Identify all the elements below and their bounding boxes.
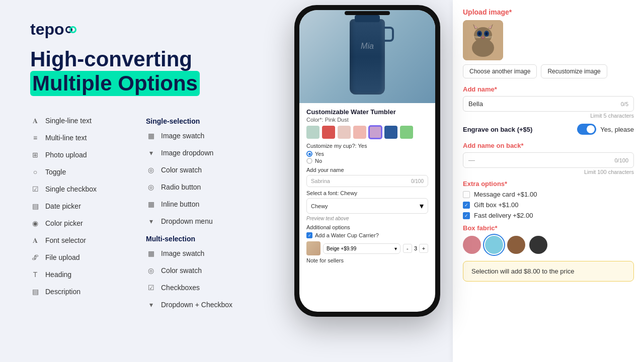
phone-radio-no[interactable]: No (306, 158, 428, 164)
back-name-dash: — (468, 156, 614, 164)
color-swatch-6[interactable] (384, 126, 397, 139)
phone-qty-image (306, 241, 320, 255)
color-swatch-3[interactable] (338, 126, 351, 139)
feature-single-line-text[interactable]: 𝐀 Single-line text (30, 112, 146, 129)
feature-inline-button[interactable]: ▦ Inline button (146, 196, 262, 213)
radio-yes-label: Yes (315, 151, 324, 157)
phone-notch (345, 11, 390, 15)
dropdown-menu-label: Dropdown menu (161, 217, 213, 225)
font-selector-icon: 𝐀 (30, 235, 40, 245)
box-fabric-label: Box fabric* (463, 224, 634, 232)
feature-img-swatch-single[interactable]: ▦ Image swatch (146, 127, 262, 144)
back-name-char-limit: Limit 100 characters (463, 169, 634, 175)
feature-single-checkbox[interactable]: ☑ Single checkbox (30, 180, 146, 198)
headline-line2: Multiple Options (30, 71, 200, 96)
feature-color-swatch-multi[interactable]: ◎ Color swatch (146, 262, 262, 279)
extra-option-1-label: Message card +$1.00 (474, 191, 537, 198)
phone-area: Mia Customizable Water Tumbler Color*: P… (282, 0, 453, 362)
photo-upload-label: Photo upload (45, 151, 87, 159)
phone-font-dropdown[interactable]: Chewy ▾ (306, 198, 428, 214)
toggle-label-text: Toggle (45, 168, 66, 176)
feature-color-swatch-single[interactable]: ◎ Color swatch (146, 161, 262, 178)
qty-minus-btn[interactable]: - (403, 244, 412, 253)
color-swatch-7[interactable] (400, 126, 413, 139)
extra-options-label: Extra options* (463, 180, 634, 188)
recustomize-image-button[interactable]: Recustomize image (541, 64, 607, 78)
back-name-input[interactable]: — 0/100 (463, 152, 634, 168)
color-swatch-1[interactable] (306, 126, 319, 139)
feature-img-swatch-multi[interactable]: ▦ Image swatch (146, 245, 262, 262)
color-swatch-single-icon: ◎ (146, 165, 156, 175)
checkboxes-icon: ☑ (146, 283, 156, 293)
feature-description[interactable]: ▤ Description (30, 283, 146, 300)
phone-name-count: 0/100 (411, 178, 424, 184)
phone-qty-select[interactable]: Beige +$9.99 ▾ (323, 243, 400, 254)
phone-carrier-checkbox-box: ✓ (306, 232, 312, 238)
phone-add-name-label: Add your name (306, 167, 428, 173)
name-input[interactable]: Bella 0/5 (463, 96, 634, 112)
color-swatch-2[interactable] (322, 126, 335, 139)
date-picker-icon: ▤ (30, 201, 40, 211)
extra-option-3[interactable]: ✓ Fast delivery +$2.00 (463, 212, 634, 219)
name-input-value: Bella (468, 100, 483, 108)
multi-selection-header: Multi-selection (146, 230, 262, 245)
feature-radio-button[interactable]: ◎ Radio button (146, 178, 262, 196)
phone-carrier-price: Beige +$9.99 (327, 246, 356, 251)
feature-toggle[interactable]: ○ Toggle (30, 163, 146, 180)
engrave-row: Engrave on back (+$5) Yes, please (463, 124, 634, 135)
single-selection-header: Single-selection (146, 112, 262, 127)
radio-yes-dot (306, 151, 312, 157)
fabric-swatch-4[interactable] (529, 236, 547, 254)
feature-file-upload[interactable]: 🖇 File upload (30, 249, 146, 266)
img-dropdown-label: Image dropdown (161, 149, 213, 157)
feature-dropdown-checkbox[interactable]: ▾ Dropdown + Checkbox (146, 296, 262, 313)
phone-qty-select-arrow: ▾ (394, 246, 397, 251)
extra-option-1[interactable]: Message card +$1.00 (463, 191, 634, 198)
img-dropdown-icon: ▾ (146, 148, 156, 158)
date-picker-label: Date picker (45, 202, 81, 210)
feature-photo-upload[interactable]: ⊞ Photo upload (30, 146, 146, 163)
feature-font-selector[interactable]: 𝐀 Font selector (30, 232, 146, 249)
left-panel: tepo High-converting Multiple Options 𝐀 … (0, 0, 282, 362)
choose-another-image-button[interactable]: Choose another image (463, 64, 537, 78)
back-name-label: Add name on back* (463, 142, 634, 149)
feature-img-dropdown[interactable]: ▾ Image dropdown (146, 144, 262, 161)
tumbler-handle (384, 27, 394, 42)
feature-heading[interactable]: T Heading (30, 266, 146, 283)
phone-screen: Mia Customizable Water Tumbler Color*: P… (299, 10, 435, 312)
feature-multi-line-text[interactable]: ≡ Multi-line text (30, 129, 146, 146)
phone-name-placeholder: Sabrina (311, 178, 411, 184)
phone-additional-options: Additional options (306, 224, 428, 230)
extra-option-2[interactable]: ✓ Gift box +$1.00 (463, 201, 634, 209)
qty-plus-btn[interactable]: + (419, 244, 428, 253)
color-swatch-single-label: Color swatch (161, 166, 202, 174)
phone-carrier-label: Add a Water Cup Carrier? (315, 232, 379, 238)
logo-circle-teal (69, 26, 76, 33)
fabric-swatch-1[interactable] (463, 236, 481, 254)
feature-date-picker[interactable]: ▤ Date picker (30, 198, 146, 215)
phone-name-input[interactable]: Sabrina 0/100 (306, 175, 428, 187)
fabric-swatch-3[interactable] (507, 236, 525, 254)
feature-dropdown-menu[interactable]: ▾ Dropdown menu (146, 213, 262, 230)
logo-text: tepo (30, 20, 64, 39)
color-swatch-5[interactable] (369, 126, 382, 139)
file-upload-icon: 🖇 (30, 252, 40, 262)
tumbler-shape: Mia (350, 19, 385, 95)
phone-radio-yes[interactable]: Yes (306, 151, 428, 157)
upload-image-label: Upload image* (463, 8, 634, 16)
checkboxes-label: Checkboxes (161, 284, 200, 292)
feature-color-picker[interactable]: ◉ Color picker (30, 215, 146, 232)
fabric-swatch-2[interactable] (485, 236, 503, 254)
heading-icon: T (30, 269, 40, 280)
multi-line-text-label: Multi-line text (45, 134, 87, 142)
phone-carrier-checkbox[interactable]: ✓ Add a Water Cup Carrier? (306, 232, 428, 238)
img-swatch-single-icon: ▦ (146, 131, 156, 141)
engrave-toggle[interactable] (577, 124, 596, 135)
feature-checkboxes[interactable]: ☑ Checkboxes (146, 279, 262, 296)
description-icon: ▤ (30, 287, 40, 297)
color-swatch-4[interactable] (353, 126, 366, 139)
color-picker-label: Color picker (45, 219, 83, 227)
file-upload-label: File upload (45, 253, 80, 261)
extra-option-2-label: Gift box +$1.00 (474, 201, 519, 209)
radio-button-label: Radio button (161, 183, 201, 191)
